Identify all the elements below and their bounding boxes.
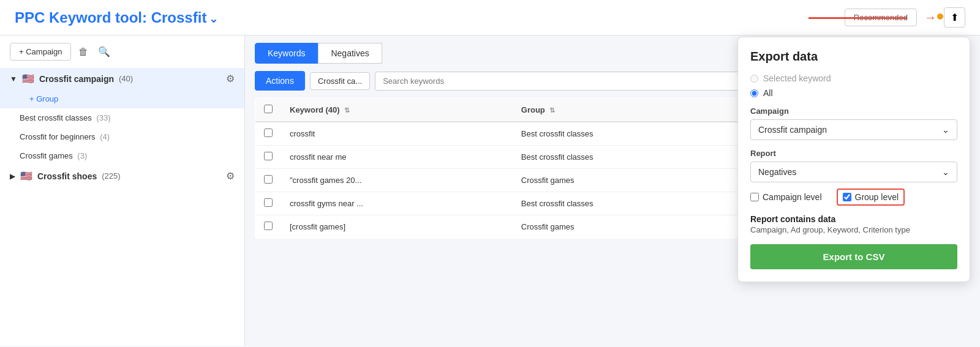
- report-contains-title: Report contains data: [750, 214, 957, 224]
- group-cell: Best crossfit classes: [513, 192, 741, 215]
- campaign-select-label: Campaign: [750, 106, 957, 116]
- gear-icon-button[interactable]: ⚙: [226, 170, 235, 182]
- group-cell: Crossfit games: [513, 215, 741, 239]
- chevron-down-icon: ⌄: [942, 167, 949, 177]
- tab-keywords[interactable]: Keywords: [255, 43, 318, 64]
- flag-icon: 🇺🇸: [20, 170, 32, 182]
- annotation-dot: [937, 13, 943, 20]
- title-static: PPC Keyword tool:: [15, 9, 151, 26]
- campaign-count: (225): [102, 171, 120, 181]
- campaign-item-shoes[interactable]: ▶ 🇺🇸 Crossfit shoes (225) ⚙: [0, 165, 244, 187]
- keyword-cell: "crossfit games 20...: [281, 169, 513, 192]
- radio-all-row: All: [750, 88, 957, 98]
- campaign-name: Crossfit campaign: [39, 74, 114, 84]
- group-level-label: Group level: [855, 192, 899, 202]
- row-checkbox[interactable]: [264, 198, 273, 207]
- export-header-button[interactable]: ⬆: [944, 7, 965, 28]
- export-panel-title: Export data: [750, 50, 957, 64]
- group-column-header[interactable]: Group ⇅: [513, 99, 741, 122]
- title-dynamic: Crossfit: [151, 9, 207, 26]
- selected-keyword-label: Selected keyword: [763, 73, 831, 83]
- select-all-header[interactable]: [255, 99, 282, 122]
- keyword-column-header[interactable]: Keyword (40) ⇅: [281, 99, 513, 122]
- group-item-best-crossfit[interactable]: Best crossfit classes (33): [0, 108, 244, 127]
- group-count: (33): [96, 113, 110, 122]
- arrow-right-icon: →: [924, 10, 937, 24]
- radio-selected-keyword[interactable]: [750, 75, 758, 83]
- all-label: All: [763, 88, 773, 98]
- sort-icon: ⇅: [344, 106, 350, 114]
- level-checkboxes-row: Campaign level Group level: [750, 188, 957, 206]
- row-checkbox-cell[interactable]: [255, 215, 282, 239]
- group-count: (4): [100, 132, 110, 141]
- export-panel: Export data Selected keyword All Campaig…: [737, 37, 970, 282]
- group-name: Best crossfit classes: [20, 113, 92, 122]
- keyword-header-label: Keyword (40): [290, 105, 340, 114]
- keyword-cell: crossfit: [281, 122, 513, 146]
- group-level-checkbox-item: Group level: [837, 188, 905, 206]
- annotation-line: [809, 17, 907, 19]
- row-checkbox[interactable]: [264, 129, 273, 137]
- report-select-label: Report: [750, 149, 957, 158]
- group-cell: Best crossfit classes: [513, 146, 741, 169]
- sort-icon: ⇅: [549, 106, 555, 114]
- report-dropdown-value: Negatives: [758, 167, 796, 177]
- select-all-checkbox[interactable]: [264, 105, 273, 113]
- report-dropdown[interactable]: Negatives ⌄: [750, 162, 957, 182]
- export-csv-button[interactable]: Export to CSV: [750, 244, 957, 269]
- chevron-down-icon: ⌄: [942, 125, 949, 135]
- row-checkbox[interactable]: [264, 175, 273, 184]
- keyword-cell: [crossfit games]: [281, 215, 513, 239]
- group-name: Crossfit for beginners: [20, 132, 96, 141]
- expand-icon: ▼: [10, 75, 17, 83]
- tab-negatives[interactable]: Negatives: [318, 43, 382, 64]
- row-checkbox-cell[interactable]: [255, 169, 282, 192]
- report-contains-text: Campaign, Ad group, Keyword, Criterion t…: [750, 225, 957, 234]
- group-level-checkbox[interactable]: [843, 193, 851, 201]
- add-campaign-button[interactable]: + Campaign: [10, 43, 71, 61]
- group-cell: Best crossfit classes: [513, 122, 741, 146]
- campaign-count: (40): [119, 74, 133, 83]
- campaign-level-checkbox[interactable]: [750, 193, 759, 201]
- sidebar-actions: + Campaign 🗑 🔍: [0, 43, 244, 68]
- sidebar: + Campaign 🗑 🔍 ▼ 🇺🇸 Crossfit campaign (4…: [0, 35, 245, 346]
- actions-button[interactable]: Actions: [255, 71, 305, 91]
- group-item-games[interactable]: Crossfit games (3): [0, 146, 244, 165]
- search-icon-button[interactable]: 🔍: [96, 43, 113, 60]
- radio-selected-keyword-row: Selected keyword: [750, 73, 957, 83]
- campaign-item-crossfit[interactable]: ▼ 🇺🇸 Crossfit campaign (40) ⚙: [0, 68, 244, 89]
- keyword-cell: crossfit gyms near ...: [281, 192, 513, 215]
- row-checkbox[interactable]: [264, 222, 273, 230]
- row-checkbox[interactable]: [264, 152, 273, 160]
- title-chevron[interactable]: ⌄: [209, 13, 218, 25]
- campaign-level-label: Campaign level: [763, 192, 822, 202]
- group-name: Crossfit games: [20, 151, 73, 160]
- flag-icon: 🇺🇸: [22, 73, 34, 84]
- group-count: (3): [77, 151, 87, 160]
- upload-icon: ⬆: [951, 12, 959, 23]
- page-title: PPC Keyword tool: Crossfit⌄: [15, 9, 218, 26]
- campaign-level-checkbox-item: Campaign level: [750, 192, 822, 202]
- campaign-filter-chip[interactable]: Crossfit ca...: [310, 72, 370, 90]
- keyword-cell: crossfit near me: [281, 146, 513, 169]
- expand-icon: ▶: [10, 172, 15, 181]
- radio-all[interactable]: [750, 89, 758, 97]
- gear-icon-button[interactable]: ⚙: [226, 73, 235, 84]
- group-header-label: Group: [521, 105, 545, 114]
- row-checkbox-cell[interactable]: [255, 146, 282, 169]
- campaign-dropdown[interactable]: Crossfit campaign ⌄: [750, 119, 957, 140]
- campaign-name: Crossfit shoes: [37, 171, 97, 181]
- report-contains-section: Report contains data Campaign, Ad group,…: [750, 214, 957, 234]
- add-group-button[interactable]: + Group: [0, 89, 244, 108]
- delete-icon-button[interactable]: 🗑: [76, 44, 91, 60]
- group-item-beginners[interactable]: Crossfit for beginners (4): [0, 127, 244, 146]
- group-cell: Crossfit games: [513, 169, 741, 192]
- row-checkbox-cell[interactable]: [255, 122, 282, 146]
- row-checkbox-cell[interactable]: [255, 192, 282, 215]
- campaign-dropdown-value: Crossfit campaign: [758, 125, 827, 135]
